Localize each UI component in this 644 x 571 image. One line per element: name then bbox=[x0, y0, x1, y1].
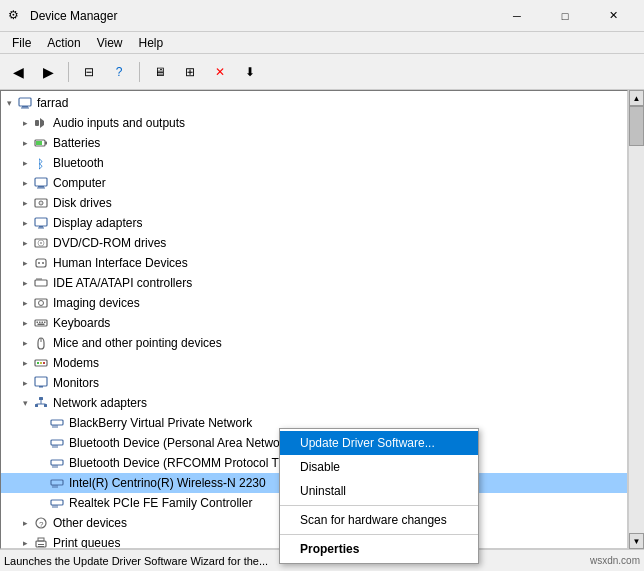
toolbar-update[interactable]: ⬇ bbox=[236, 58, 264, 86]
tree-label-ide: IDE ATA/ATAPI controllers bbox=[53, 276, 192, 290]
svg-rect-48 bbox=[51, 420, 63, 425]
toolbar-properties[interactable]: ⊟ bbox=[75, 58, 103, 86]
svg-rect-2 bbox=[21, 108, 29, 109]
svg-rect-52 bbox=[51, 440, 63, 445]
window-title: Device Manager bbox=[30, 9, 494, 23]
ctx-item-uninstall[interactable]: Uninstall bbox=[280, 479, 478, 503]
toolbar-separator-1 bbox=[68, 62, 69, 82]
tree-expand-root[interactable]: ▾ bbox=[1, 95, 17, 111]
tree-item-mice[interactable]: ▸Mice and other pointing devices bbox=[1, 333, 627, 353]
tree-expand-diskdrives[interactable]: ▸ bbox=[17, 195, 33, 211]
menu-file[interactable]: File bbox=[4, 34, 39, 52]
tree-item-keyboards[interactable]: ▸Keyboards bbox=[1, 313, 627, 333]
tree-icon-other: ? bbox=[33, 515, 49, 531]
tree-expand-mice[interactable]: ▸ bbox=[17, 335, 33, 351]
svg-text:?: ? bbox=[39, 520, 44, 529]
tree-icon-display bbox=[33, 215, 49, 231]
menu-help[interactable]: Help bbox=[131, 34, 172, 52]
svg-rect-6 bbox=[36, 141, 42, 145]
tree-expand-network[interactable]: ▾ bbox=[17, 395, 33, 411]
tree-expand-imaging[interactable]: ▸ bbox=[17, 295, 33, 311]
toolbar-device-info[interactable]: ⊞ bbox=[176, 58, 204, 86]
svg-rect-9 bbox=[38, 186, 44, 188]
tree-expand-ide[interactable]: ▸ bbox=[17, 275, 33, 291]
scrollbar[interactable]: ▲ ▼ bbox=[628, 90, 644, 549]
tree-icon-nic bbox=[49, 435, 65, 451]
menu-view[interactable]: View bbox=[89, 34, 131, 52]
tree-expand-bluetooth[interactable]: ▸ bbox=[17, 155, 33, 171]
svg-rect-56 bbox=[51, 460, 63, 465]
tree-expand-print[interactable]: ▸ bbox=[17, 535, 33, 549]
watermark: wsxdn.com bbox=[590, 555, 640, 566]
tree-label-dvd: DVD/CD-ROM drives bbox=[53, 236, 166, 250]
tree-item-network[interactable]: ▾Network adapters bbox=[1, 393, 627, 413]
tree-label-bluetooth: Bluetooth bbox=[53, 156, 104, 170]
ctx-item-scan[interactable]: Scan for hardware changes bbox=[280, 508, 478, 532]
svg-rect-5 bbox=[45, 142, 47, 145]
tree-expand-audio[interactable]: ▸ bbox=[17, 115, 33, 131]
tree-item-root[interactable]: ▾farrad bbox=[1, 93, 627, 113]
toolbar-forward[interactable]: ▶ bbox=[34, 58, 62, 86]
tree-label-net-bt1: Bluetooth Device (Personal Area Network) bbox=[69, 436, 294, 450]
tree-label-hid: Human Interface Devices bbox=[53, 256, 188, 270]
scroll-track[interactable] bbox=[629, 106, 644, 533]
tree-expand-modems[interactable]: ▸ bbox=[17, 355, 33, 371]
tree-item-dvd[interactable]: ▸DVD/CD-ROM drives bbox=[1, 233, 627, 253]
tree-label-audio: Audio inputs and outputs bbox=[53, 116, 185, 130]
tree-item-batteries[interactable]: ▸Batteries bbox=[1, 133, 627, 153]
tree-item-display[interactable]: ▸Display adapters bbox=[1, 213, 627, 233]
toolbar-remove[interactable]: ✕ bbox=[206, 58, 234, 86]
tree-expand-display[interactable]: ▸ bbox=[17, 215, 33, 231]
tree-icon-modem bbox=[33, 355, 49, 371]
tree-expand-other[interactable]: ▸ bbox=[17, 515, 33, 531]
tree-expand-hid[interactable]: ▸ bbox=[17, 255, 33, 271]
svg-rect-15 bbox=[39, 226, 43, 228]
tree-item-modems[interactable]: ▸Modems bbox=[1, 353, 627, 373]
tree-expand-dvd[interactable]: ▸ bbox=[17, 235, 33, 251]
tree-icon-audio bbox=[33, 115, 49, 131]
tree-icon-nic bbox=[49, 475, 65, 491]
minimize-button[interactable]: ─ bbox=[494, 0, 540, 32]
svg-rect-3 bbox=[35, 120, 39, 126]
tree-expand-batteries[interactable]: ▸ bbox=[17, 135, 33, 151]
tree-item-audio[interactable]: ▸Audio inputs and outputs bbox=[1, 113, 627, 133]
tree-icon-keyboard bbox=[33, 315, 49, 331]
tree-expand-monitors[interactable]: ▸ bbox=[17, 375, 33, 391]
tree-item-ide[interactable]: ▸IDE ATA/ATAPI controllers bbox=[1, 273, 627, 293]
svg-point-21 bbox=[38, 262, 40, 264]
tree-expand-keyboards[interactable]: ▸ bbox=[17, 315, 33, 331]
tree-label-mice: Mice and other pointing devices bbox=[53, 336, 222, 350]
close-button[interactable]: ✕ bbox=[590, 0, 636, 32]
toolbar-scan[interactable]: 🖥 bbox=[146, 58, 174, 86]
tree-label-imaging: Imaging devices bbox=[53, 296, 140, 310]
tree-expand-net-bt2 bbox=[33, 455, 49, 471]
svg-rect-34 bbox=[38, 324, 45, 326]
scroll-up[interactable]: ▲ bbox=[629, 90, 644, 106]
svg-text:ᛒ: ᛒ bbox=[37, 157, 44, 170]
svg-rect-73 bbox=[38, 546, 44, 547]
tree-expand-computer[interactable]: ▸ bbox=[17, 175, 33, 191]
menu-action[interactable]: Action bbox=[39, 34, 88, 52]
svg-rect-41 bbox=[39, 386, 43, 388]
tree-item-bluetooth[interactable]: ▸ᛒBluetooth bbox=[1, 153, 627, 173]
tree-label-net-intel: Intel(R) Centrino(R) Wireless-N 2230 bbox=[69, 476, 266, 490]
scroll-down[interactable]: ▼ bbox=[629, 533, 644, 549]
ctx-item-disable[interactable]: Disable bbox=[280, 455, 478, 479]
toolbar-help[interactable]: ? bbox=[105, 58, 133, 86]
ctx-item-props[interactable]: Properties bbox=[280, 537, 478, 561]
ctx-item-update[interactable]: Update Driver Software... bbox=[280, 431, 478, 455]
svg-rect-31 bbox=[39, 322, 41, 324]
maximize-button[interactable]: □ bbox=[542, 0, 588, 32]
tree-item-imaging[interactable]: ▸Imaging devices bbox=[1, 293, 627, 313]
svg-point-39 bbox=[43, 362, 45, 364]
tree-item-computer[interactable]: ▸Computer bbox=[1, 173, 627, 193]
tree-item-diskdrives[interactable]: ▸Disk drives bbox=[1, 193, 627, 213]
tree-expand-net-intel bbox=[33, 475, 49, 491]
tree-item-monitors[interactable]: ▸Monitors bbox=[1, 373, 627, 393]
tree-icon-ide bbox=[33, 275, 49, 291]
tree-item-hid[interactable]: ▸Human Interface Devices bbox=[1, 253, 627, 273]
tree-icon-mouse bbox=[33, 335, 49, 351]
toolbar-back[interactable]: ◀ bbox=[4, 58, 32, 86]
menu-bar: File Action View Help bbox=[0, 32, 644, 54]
scroll-thumb[interactable] bbox=[629, 106, 644, 146]
